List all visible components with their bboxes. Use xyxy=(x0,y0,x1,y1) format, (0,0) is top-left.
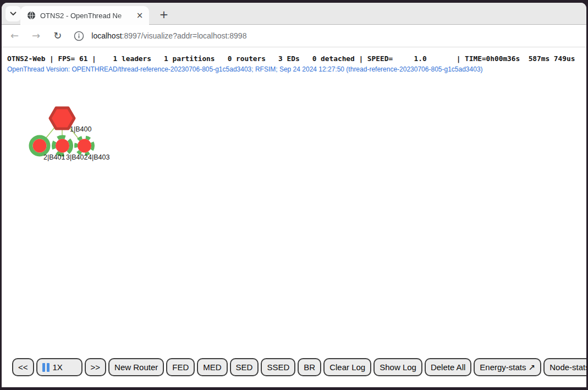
show-log-button[interactable]: Show Log xyxy=(373,358,422,376)
url-bar: ← → ↻ localhost:8997/visualize?addr=loca… xyxy=(2,25,586,47)
new-tab-button[interactable]: + xyxy=(157,7,171,21)
fed-button[interactable]: FED xyxy=(166,358,195,376)
clear-log-button[interactable]: Clear Log xyxy=(323,358,371,376)
node-3-label: 3|B402 xyxy=(66,153,87,161)
br-button[interactable]: BR xyxy=(298,358,321,376)
browser-window: OTNS2 - OpenThread Ne × + ← → ↻ localhos… xyxy=(2,3,586,387)
reload-icon[interactable]: ↻ xyxy=(53,30,62,42)
action-toolbar: << 1X >> New Router FED MED SED SSED BR … xyxy=(12,358,586,376)
delete-all-button[interactable]: Delete All xyxy=(425,358,471,376)
energy-stats-button[interactable]: Energy-stats ↗ xyxy=(474,358,541,376)
node-2-body xyxy=(33,139,47,153)
sed-button[interactable]: SED xyxy=(230,358,259,376)
tab-search-button[interactable] xyxy=(6,6,21,21)
address-input[interactable]: localhost:8997/visualize?addr=localhost:… xyxy=(91,31,246,40)
back-icon[interactable]: ← xyxy=(10,30,19,42)
pause-icon xyxy=(42,363,50,372)
tab-title: OTNS2 - OpenThread Ne xyxy=(40,12,135,20)
ssed-button[interactable]: SSED xyxy=(261,358,295,376)
speed-button[interactable]: 1X xyxy=(36,358,83,376)
speed-down-button[interactable]: << xyxy=(12,358,34,376)
node-4-body xyxy=(78,139,91,153)
chevron-down-icon xyxy=(10,12,17,16)
speed-up-button[interactable]: >> xyxy=(85,358,107,376)
new-router-button[interactable]: New Router xyxy=(108,358,164,376)
med-button[interactable]: MED xyxy=(197,358,227,376)
tab-close-icon[interactable]: × xyxy=(135,10,145,20)
node-stats-button[interactable]: Node-stats ↗ xyxy=(543,358,586,376)
site-info-icon[interactable] xyxy=(74,31,84,41)
speed-label: 1X xyxy=(53,362,63,372)
node-2-label: 2|B401 xyxy=(43,153,65,161)
browser-tab[interactable]: OTNS2 - OpenThread Ne × xyxy=(20,6,149,25)
node-3[interactable] xyxy=(54,137,72,155)
node-1-label: 1|B400 xyxy=(70,125,91,133)
network-canvas[interactable]: 1|B400 2|B401 3|B402 4|B403 xyxy=(2,47,145,174)
forward-icon[interactable]: → xyxy=(32,30,40,42)
globe-favicon-icon xyxy=(27,11,36,20)
info-circle-icon xyxy=(74,31,84,41)
page-content: OTNS2-Web | FPS= 61 | 1 leaders 1 partit… xyxy=(2,47,586,387)
node-3-body xyxy=(56,139,69,153)
tab-strip: OTNS2 - OpenThread Ne × + xyxy=(2,3,586,25)
url-host: localhost xyxy=(91,31,122,40)
url-path: :8997/visualize?addr=localhost:8998 xyxy=(122,31,247,40)
node-4[interactable] xyxy=(76,138,93,155)
node-4-label: 4|B403 xyxy=(88,153,109,161)
node-2[interactable] xyxy=(31,137,48,155)
